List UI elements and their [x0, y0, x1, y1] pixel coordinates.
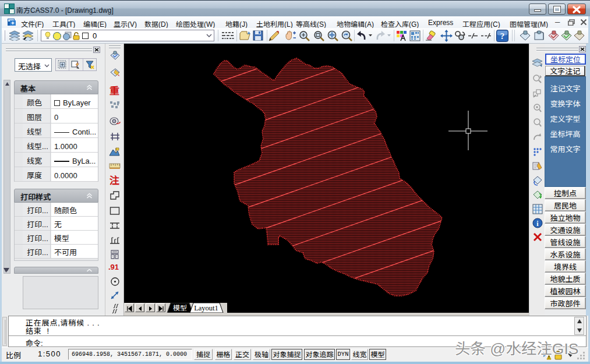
svg-text:模型: 模型 [173, 303, 187, 312]
svg-text:?: ? [500, 31, 505, 41]
svg-text:Layout1: Layout1 [194, 304, 218, 312]
